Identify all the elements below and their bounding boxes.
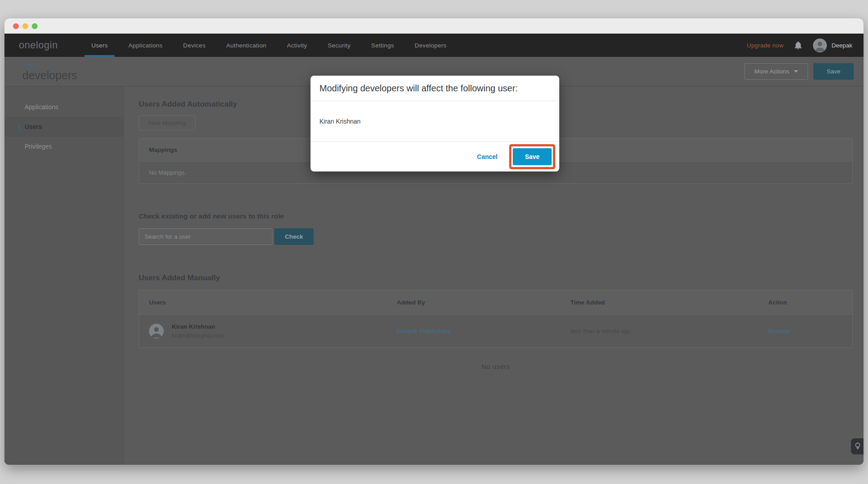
browser-window: onelogin Users Applications Devices Auth… [4, 18, 864, 465]
affected-user-name: Kiran Krishnan [319, 118, 361, 125]
cancel-button[interactable]: Cancel [477, 153, 498, 160]
close-button[interactable] [13, 23, 19, 29]
confirm-modal: Modifying developers will affect the fol… [311, 76, 559, 171]
modal-title-row: Modifying developers will affect the fol… [311, 76, 559, 101]
minimize-button[interactable] [22, 23, 28, 29]
maximize-button[interactable] [32, 23, 38, 29]
modal-footer: Cancel Save [311, 142, 559, 171]
window-titlebar [4, 18, 864, 34]
modal-body: Kiran Krishnan [311, 101, 559, 142]
modal-save-button[interactable]: Save [513, 148, 552, 165]
modal-title: Modifying developers will affect the fol… [319, 83, 518, 94]
page-viewport: onelogin Users Applications Devices Auth… [4, 34, 864, 465]
save-annotation-highlight: Save [509, 144, 555, 169]
